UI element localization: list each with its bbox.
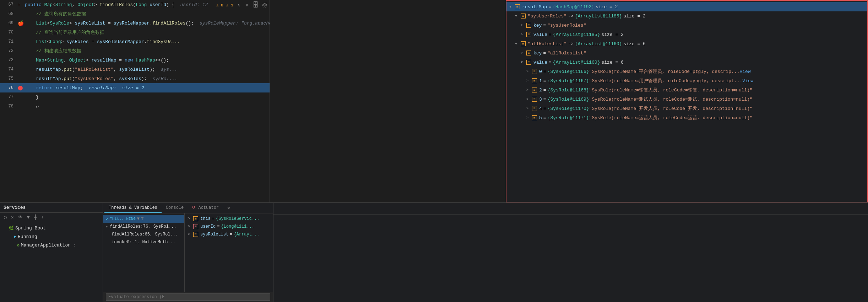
var-name-userid: userId [200,224,216,229]
var-eq-2: = [543,88,546,93]
code-line-71: 71 List<Long> sysRoles = sysRoleUserMapp… [0,37,270,46]
thread-item-3[interactable]: invoke0:-1, NativeMeth... [103,238,184,246]
code-78: ↵ [25,104,267,109]
code-75: resultMap.put("sysUserRoles", sysRoles);… [25,76,267,81]
service-item-running[interactable]: ▶ Running [6,232,103,241]
tree-arrow-key-ar: > [521,51,526,55]
var-name-key-ar: key [533,51,542,56]
manager-icon: ⚙ [17,243,20,248]
debug-tree-item-key-allroles[interactable]: > ≡ key = "allRolesList" [518,48,867,58]
var-name-sysuserroles: "sysUserRoles" [528,14,566,19]
var-desc-0: "SysRole(roleName=平台管理员, roleCode=ptgly,… [589,68,740,75]
var-item-sysrolelist[interactable]: > ≡ sysRoleList = {ArrayL... [185,231,273,238]
services-title: Services [0,203,103,213]
var-eq-key-ar: = [543,51,546,56]
line-num-76: 76 [3,85,13,90]
var-item-this[interactable]: > ≡ this = {SysRoleServic... [185,215,273,223]
code-line-69: 69 🍎 List<SysRole> sysRoleList = sysRole… [0,18,270,28]
thread-item-0[interactable]: ✓ "htt...NING ▼ ⊤ [103,215,184,223]
thread-item-2[interactable]: findAllRoles:66, SysRol... [103,231,184,238]
debug-tree-item-sysuserroles[interactable]: ▼ ≡ "sysUserRoles" -> {ArrayList@11185} … [512,11,867,21]
var-name-val-ar: value [533,60,547,65]
var-type-0: {SysRole@11166} [548,69,589,74]
debug-tree-item-value-ar[interactable]: ▼ ≡ value = {ArrayList@11160} size = 6 [518,58,867,67]
expand-btn[interactable]: ∧ [236,2,242,9]
code-line-72: 72 // 构建响应结果数据 [0,46,270,55]
view-link-0[interactable]: View [740,69,751,74]
debug-tree-item-allroleslist[interactable]: ▼ ≡ "allRolesList" -> {ArrayList@11160} … [512,39,867,48]
debug-tree-item-2[interactable]: > ≡ 2 = {SysRole@11168} "SysRole(roleNam… [523,85,867,95]
code-72: // 构建响应结果数据 [25,48,267,54]
debug-tree-item-3[interactable]: > ≡ 3 = {SysRole@11169} "SysRole(roleNam… [523,95,867,104]
console-panel [273,203,868,302]
line-num-78: 78 [3,104,13,109]
tab-actuator-label: Actuator [198,205,219,210]
code-73: Map<String, Object> resultMap = new Hash… [25,58,267,63]
debug-tree-item-resultmap[interactable]: ▼ ≡ resultMap = {HashMap@11192} size = 2 [506,2,867,11]
filter-btn[interactable]: ⊤ [141,216,143,222]
debug-tree-item-value-su[interactable]: > ≡ value = {ArrayList@11185} size = 2 [518,30,867,39]
evaluate-input[interactable] [106,293,270,301]
line-num-70: 70 [3,30,13,35]
filter-icon[interactable]: ▼ [137,216,140,221]
tab-console[interactable]: Console [162,203,188,213]
var-eq-5: = [543,115,546,121]
tree-arrow-val-su: > [521,33,526,37]
services-btn-eye[interactable]: 👁 [17,214,24,221]
line-num-67: 67 [3,2,13,7]
actuator-icon: ⟳ [192,205,196,210]
var-icon-this: ≡ [193,216,198,221]
var-name-1: 1 [539,78,542,84]
thread-item-1[interactable]: ↩ findAllRoles:76, SysRol... [103,223,184,231]
tree-arrow-3: > [526,97,532,101]
code-74: resultMap.put("allRolesList", sysRoleLis… [25,67,267,72]
threads-panel: Threads & Variables Console ⟳ Actuator ↻ [103,203,273,302]
var-icon-1: ≡ [532,78,537,83]
gutter-76: ⬤ [18,85,23,91]
database-icon[interactable]: 🗄 [253,1,259,9]
collapse-btn[interactable]: ∨ [244,2,250,9]
services-btn-add2[interactable]: + [40,214,45,221]
services-btn-circle[interactable]: ◯ [3,214,8,221]
var-type-val-su: {ArrayList@11185} [553,32,600,37]
line-num-71: 71 [3,39,13,44]
var-desc-1: "SysRole(roleName=用户管理员, roleCode=yhgly,… [589,78,743,84]
service-label-manager: ManagerApplication : [21,243,76,248]
debug-tree-item-key-sysuserroles[interactable]: > ≡ key = "sysUserRoles" [518,21,867,30]
tree-arrow-sysuserroles: ▼ [515,14,521,18]
view-link-1[interactable]: View [742,78,753,84]
line-num-74: 74 [3,67,13,72]
var-arrow-allroles: -> [568,41,574,47]
tab-threads-variables[interactable]: Threads & Variables [104,203,162,213]
tabs-bar: Threads & Variables Console ⟳ Actuator ↻ [103,203,273,213]
var-item-userid[interactable]: > ≡ userId = {Long@1111... [185,223,273,231]
var-size-sysuserroles: size = 2 [623,14,645,19]
var-icon-sysrolelist: ≡ [193,232,198,237]
line-num-69: 69 [3,21,13,26]
services-panel: Services ◯ ✕ 👁 ▼ ╋ + 🌿 Spring Boot ▶ Run [0,203,103,302]
var-type-3: {SysRole@11169} [548,97,589,102]
tab-refresh[interactable]: ↻ [223,203,234,213]
var-icon-val-ar: ≡ [526,60,531,65]
bottom-panel: Services ◯ ✕ 👁 ▼ ╋ + 🌿 Spring Boot ▶ Run [0,202,868,302]
var-desc-4: "SysRole(roleName=开发人员, roleCode=开发, des… [589,105,753,112]
var-type-2: {SysRole@11168} [548,88,589,93]
spring-icon: 🌿 [9,226,14,231]
service-item-springboot[interactable]: 🌿 Spring Boot [0,224,103,232]
var-arrow-sysuserroles: -> [568,14,574,19]
var-val-sysrolelist: {ArrayL... [234,232,259,237]
gutter-69: 🍎 [18,20,23,26]
services-btn-add1[interactable]: ╋ [33,214,38,221]
service-item-manager[interactable]: ⚙ ManagerApplication : [11,241,103,249]
debug-tree-item-5[interactable]: > ≡ 5 = {SysRole@11171} "SysRole(roleNam… [523,113,867,122]
debug-tree-item-1[interactable]: > ≡ 1 = {SysRole@11167} "SysRole(roleNam… [523,76,867,85]
debug-tree-item-0[interactable]: > ≡ 0 = {SysRole@11166} "SysRole(roleNam… [523,67,867,76]
var-type-resultmap: {HashMap@11192} [553,4,594,10]
services-btn-filter[interactable]: ▼ [26,214,31,221]
line-num-68: 68 [3,11,13,16]
threads-right: > ≡ this = {SysRoleServic... > ≡ userId … [185,213,273,292]
tree-arrow-allroles: ▼ [515,42,521,46]
debug-tree-item-4[interactable]: > ≡ 4 = {SysRole@11170} "SysRole(roleNam… [523,104,867,113]
services-btn-x[interactable]: ✕ [10,214,15,221]
tab-actuator[interactable]: ⟳ Actuator [188,203,223,213]
